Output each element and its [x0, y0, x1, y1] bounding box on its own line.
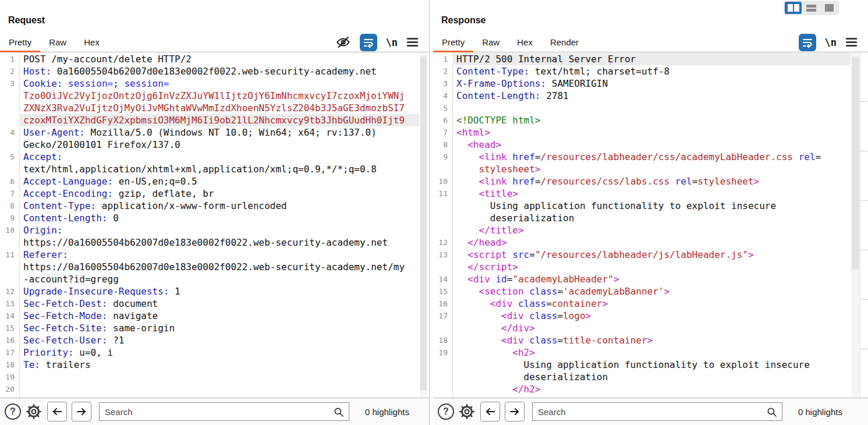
code-line[interactable]: 13Sec-Fetch-Dest: document [0, 298, 419, 310]
search-next-button[interactable] [72, 402, 91, 422]
response-tabbar: PrettyRawHexRender \n [433, 33, 868, 52]
settings-gear-icon[interactable] [458, 403, 476, 420]
code-line[interactable]: -account?id=gregg [0, 273, 419, 285]
request-scrollbar[interactable] [420, 53, 427, 397]
code-line[interactable]: 19 [0, 371, 419, 383]
code-line[interactable]: 13 <script src="/resources/labheader/js/… [433, 249, 851, 261]
code-line[interactable]: 5Accept: [0, 151, 419, 163]
code-line[interactable]: 16Sec-Fetch-User: ?1 [0, 334, 419, 346]
code-line[interactable]: 9Content-Length: 0 [0, 212, 419, 224]
code-line[interactable]: </title> [433, 224, 851, 236]
tab-hex[interactable]: Hex [508, 33, 541, 52]
tab-raw[interactable]: Raw [473, 33, 508, 52]
code-line[interactable]: https://0a16005504b62007d0e183e0002f0022… [0, 236, 419, 249]
code-line[interactable]: </div> [433, 322, 851, 334]
code-line[interactable]: text/html,application/xhtml+xml,applicat… [0, 163, 419, 175]
response-title: Response [441, 15, 868, 26]
help-icon[interactable]: ? [5, 403, 21, 420]
tab-raw[interactable]: Raw [40, 33, 75, 52]
line-number: 15 [433, 285, 452, 298]
settings-gear-icon[interactable] [25, 403, 42, 420]
show-newlines-icon[interactable]: \n [386, 37, 398, 48]
code-line[interactable]: 17 <div class=logo> [433, 310, 851, 322]
request-scrollbar-thumb[interactable] [420, 56, 427, 390]
code-line[interactable]: 15 <section class='academyLabBanner'> [433, 285, 851, 298]
code-line[interactable]: 14 <div id="academyLabHeader"> [433, 273, 851, 285]
help-icon[interactable]: ? [438, 403, 454, 420]
search-next-button[interactable] [505, 402, 525, 422]
code-line[interactable]: 18 <div class=title-container> [433, 334, 851, 346]
code-line[interactable]: 3X-Frame-Options: SAMEORIGIN [433, 77, 851, 90]
search-previous-button[interactable] [47, 402, 67, 422]
code-line[interactable]: https://0a16005504b62007d0e183e0002f0022… [0, 261, 419, 273]
layout-single-view-button[interactable] [821, 2, 838, 14]
code-line[interactable]: 14Sec-Fetch-Mode: navigate [0, 310, 419, 322]
response-editor[interactable]: 1HTTP/2 500 Internal Server Error2Conten… [433, 52, 868, 398]
code-line[interactable]: 12Upgrade-Insecure-Requests: 1 [0, 285, 419, 298]
code-line[interactable]: 6Accept-Language: en-US,en;q=0.5 [0, 175, 419, 187]
tab-pretty[interactable]: Pretty [0, 33, 40, 52]
code-line[interactable]: 15Sec-Fetch-Site: same-origin [0, 322, 419, 334]
code-line[interactable]: </script> [433, 261, 851, 273]
code-line[interactable]: 1HTTP/2 500 Internal Server Error [433, 53, 851, 65]
search-previous-button[interactable] [480, 402, 500, 422]
code-line[interactable]: Using application functionality to explo… [433, 359, 851, 371]
line-number: 10 [433, 175, 452, 187]
response-panel-header: Response PrettyRawHexRender \n [433, 0, 868, 52]
code-line[interactable]: 10 <link href=/resources/css/labs.css re… [433, 175, 851, 187]
tab-pretty[interactable]: Pretty [433, 33, 473, 52]
line-number [433, 383, 452, 395]
show-newlines-icon[interactable]: \n [825, 37, 837, 48]
code-line[interactable]: 16 <div class=container> [433, 298, 851, 310]
code-line[interactable]: 7<html> [433, 126, 851, 139]
code-line[interactable]: </h2> [433, 383, 851, 395]
hide-response-icon[interactable] [335, 34, 351, 50]
response-search-input[interactable] [533, 403, 782, 420]
code-line[interactable]: 11Referer: [0, 249, 419, 261]
line-number [0, 139, 19, 151]
menu-icon[interactable] [845, 37, 858, 47]
code-line[interactable]: Tzo0OiJVc2VyIjozOntzOjg6InVzZXJuYW1lIjtz… [0, 90, 419, 102]
response-scrollbar-thumb[interactable] [852, 56, 859, 270]
code-line[interactable]: 11 <title> [433, 187, 851, 200]
line-number: 5 [0, 151, 19, 163]
code-line[interactable]: 17Priority: u=0, i [0, 346, 419, 359]
code-line[interactable]: 8Content-Type: application/x-www-form-ur… [0, 200, 419, 212]
code-line[interactable]: 5 [433, 102, 851, 114]
code-line[interactable]: ZXNzX3Rva2VuIjtzOjMyOiJvMGhtaWVwMmIzdXho… [0, 102, 419, 114]
code-line[interactable]: 18Te: trailers [0, 359, 419, 371]
code-line[interactable]: 12 </head> [433, 236, 851, 249]
code-line[interactable]: stylesheet> [433, 163, 851, 175]
code-line[interactable]: 10Origin: [0, 224, 419, 236]
word-wrap-icon[interactable] [799, 34, 816, 51]
repeater-message-view: Request PrettyRawHex [0, 0, 868, 425]
layout-split-rows-button[interactable] [803, 2, 820, 14]
code-line[interactable]: 20 [0, 383, 419, 395]
code-line[interactable]: 19 <h2> [433, 346, 851, 359]
layout-split-columns-button[interactable] [785, 2, 802, 14]
code-line[interactable]: deserialization [433, 212, 851, 224]
line-number: 16 [433, 298, 452, 310]
code-line[interactable]: deserialization [433, 371, 851, 383]
code-line[interactable]: 2Host: 0a16005504b62007d0e183e0002f0022.… [0, 65, 419, 77]
code-line[interactable]: 7Accept-Encoding: gzip, deflate, br [0, 187, 419, 200]
code-line[interactable]: Gecko/20100101 Firefox/137.0 [0, 139, 419, 151]
code-line[interactable]: 1POST /my-account/delete HTTP/2 [0, 53, 419, 65]
tab-render[interactable]: Render [541, 33, 587, 52]
request-search-input[interactable] [100, 403, 349, 420]
code-line[interactable]: czoxMToiYXZhdGFyX2xpbmsiO3M6MjM6Ii9ob21l… [0, 114, 419, 126]
code-line[interactable]: 4Content-Length: 2781 [433, 90, 851, 102]
tab-hex[interactable]: Hex [75, 33, 108, 52]
response-scrollbar[interactable] [851, 53, 860, 397]
word-wrap-icon[interactable] [360, 34, 377, 51]
code-line[interactable]: 6<!DOCTYPE html> [433, 114, 851, 126]
code-line[interactable]: 8 <head> [433, 139, 851, 151]
code-line[interactable]: 2Content-Type: text/html; charset=utf-8 [433, 65, 851, 77]
request-editor[interactable]: 1POST /my-account/delete HTTP/22Host: 0a… [0, 52, 429, 398]
code-line[interactable]: 3Cookie: session=; session= [0, 77, 419, 90]
menu-icon[interactable] [406, 37, 419, 47]
code-line[interactable]: 9 <link href=/resources/labheader/css/ac… [433, 151, 851, 163]
code-line[interactable]: 20 <div class='widgetcontainer-lab-statu… [433, 395, 851, 398]
code-line[interactable]: Using application functionality to explo… [433, 200, 851, 212]
code-line[interactable]: 4User-Agent: Mozilla/5.0 (Windows NT 10.… [0, 126, 419, 139]
